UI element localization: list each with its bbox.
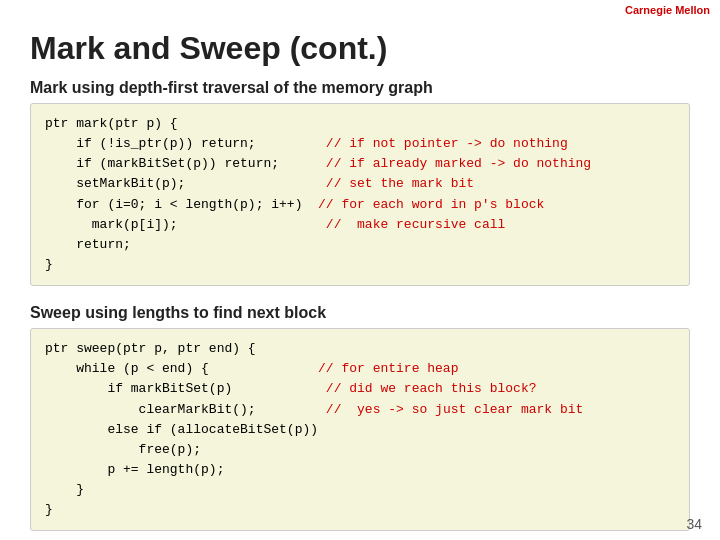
code-line: for (i=0; i < length(p); i++) // for eac…	[45, 195, 675, 215]
section2-code-block: ptr sweep(ptr p, ptr end) { while (p < e…	[30, 328, 690, 531]
page-title: Mark and Sweep (cont.)	[30, 30, 690, 67]
code-line: clearMarkBit(); // yes -> so just clear …	[45, 400, 675, 420]
code-line: if (markBitSet(p)) return; // if already…	[45, 154, 675, 174]
section2-heading: Sweep using lengths to find next block	[30, 304, 690, 322]
section1-heading: Mark using depth-first traversal of the …	[30, 79, 690, 97]
code-line: }	[45, 500, 675, 520]
code-line: ptr sweep(ptr p, ptr end) {	[45, 339, 675, 359]
main-content: Mark and Sweep (cont.) Mark using depth-…	[0, 20, 720, 540]
code-line: mark(p[i]); // make recursive call	[45, 215, 675, 235]
code-line: free(p);	[45, 440, 675, 460]
code-line: }	[45, 480, 675, 500]
code-line: else if (allocateBitSet(p))	[45, 420, 675, 440]
code-line: setMarkBit(p); // set the mark bit	[45, 174, 675, 194]
top-bar: Carnegie Mellon	[0, 0, 720, 20]
carnegie-mellon-logo: Carnegie Mellon	[625, 4, 710, 16]
code-line: while (p < end) { // for entire heap	[45, 359, 675, 379]
code-line: if markBitSet(p) // did we reach this bl…	[45, 379, 675, 399]
page-number: 34	[686, 516, 702, 532]
code-line: }	[45, 255, 675, 275]
code-line: p += length(p);	[45, 460, 675, 480]
code-line: return;	[45, 235, 675, 255]
code-line: ptr mark(ptr p) {	[45, 114, 675, 134]
section1-code-block: ptr mark(ptr p) { if (!is_ptr(p)) return…	[30, 103, 690, 286]
code-line: if (!is_ptr(p)) return; // if not pointe…	[45, 134, 675, 154]
